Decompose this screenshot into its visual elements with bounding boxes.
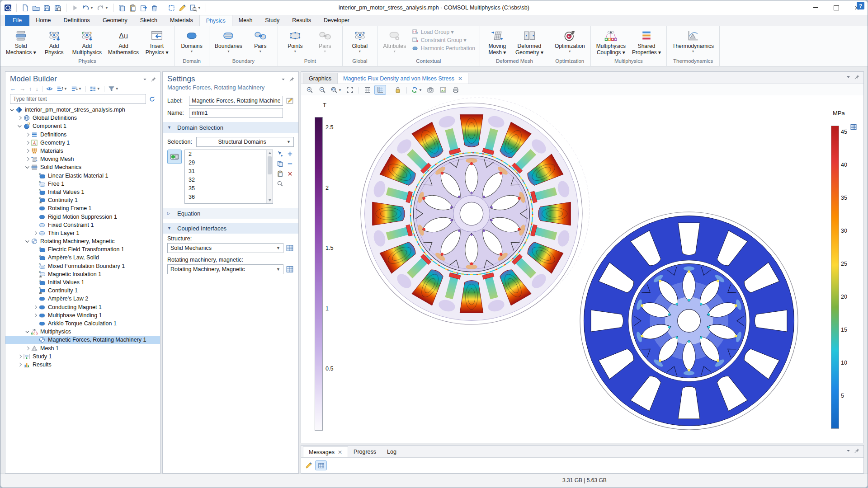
add-multiphysics-button[interactable]: AddMultiphysics [70,28,104,57]
go-to-source-icon[interactable] [286,244,294,252]
rename-icon[interactable] [286,97,294,105]
help-button[interactable] [857,2,864,9]
global-button[interactable]: Global▾ [345,28,374,55]
copy-button[interactable] [118,4,126,12]
tree-item-solid-mechanics[interactable]: Solid Mechanics [5,163,160,171]
tree-item-component-1[interactable]: Component 1 [5,122,160,130]
chevron-down-icon[interactable] [280,76,286,82]
snapshot-button[interactable] [425,85,436,95]
ribbon-tab-physics[interactable]: Physics [199,15,232,26]
domain-list-item-29[interactable]: 29 [185,159,273,167]
clear-selection-button[interactable] [179,4,186,12]
lock-view-button[interactable] [392,85,404,95]
chevron-down-icon[interactable] [845,74,851,80]
deformed-geometry-button[interactable]: DeformedGeometry ▾ [513,28,546,57]
print-button[interactable] [450,85,462,95]
expander-closed-icon[interactable] [32,304,38,310]
tree-item-rigid-motion-suppression-1[interactable]: Rigid Motion Suppression 1 [5,212,160,221]
add-to-selection-button[interactable] [276,150,284,158]
points-button[interactable]: Points▾ [281,28,310,55]
active-toggle-button[interactable] [167,150,182,164]
boundaries-button[interactable]: Boundaries▾ [212,28,245,55]
save-button[interactable] [43,4,51,12]
tree-item-linear-elastic-material-1[interactable]: Linear Elastic Material 1 [5,172,160,180]
pin-icon[interactable] [151,76,156,82]
ribbon-tab-study[interactable]: Study [259,15,286,26]
forward-button[interactable]: → [19,86,25,92]
insert-physics-button[interactable]: InsertPhysics ▾ [142,28,171,57]
pin-icon[interactable] [854,74,860,80]
section-coupled-interfaces[interactable]: ▼ Coupled Interfaces [163,223,298,234]
ribbon-tab-materials[interactable]: Materials [164,15,199,26]
expander-open-icon[interactable] [24,164,31,170]
expander-closed-icon[interactable] [24,156,31,162]
expander-closed-icon[interactable] [17,353,23,360]
paste-button[interactable] [129,4,137,12]
expander-closed-icon[interactable] [24,345,31,352]
tree-item-thin-layer-1[interactable]: Thin Layer 1 [5,229,160,237]
domain-list-item-36[interactable]: 36 [185,193,273,202]
back-button[interactable]: ← [10,86,16,92]
moving-mesh-button[interactable]: MovingMesh ▾ [483,28,512,57]
copy-selection-button[interactable] [276,160,284,168]
pin-icon[interactable] [289,76,295,82]
add-physics-button[interactable]: AddPhysics [40,28,69,57]
tree-item-multiphysics[interactable]: Multiphysics [5,328,160,336]
solid-mechanics-button[interactable]: SolidMechanics ▾ [3,28,39,57]
selection-dropdown[interactable]: Structural Domains ▼ [196,137,294,147]
domain-list-item-2[interactable]: 2 [185,150,273,159]
ribbon-tab-sketch[interactable]: Sketch [134,15,164,26]
minimize-button[interactable] [805,0,826,15]
move-up-button[interactable]: ↑ [29,86,32,92]
tree-item-initial-values-1[interactable]: Initial Values 1 [5,278,160,286]
tab-graphics[interactable]: Graphics [303,73,337,84]
undo-button[interactable]: ▼ [82,4,94,12]
optimization-button[interactable]: Optimization▾ [552,28,588,55]
paste-selection-button[interactable] [276,169,284,178]
zoom-to-selection-button[interactable] [276,179,284,188]
new-file-button[interactable] [21,4,29,12]
tree-item-rotating-frame-1[interactable]: Rotating Frame 1 [5,204,160,212]
expander-closed-icon[interactable] [32,312,38,319]
brush-icon[interactable] [305,462,312,469]
tree-item-interior-pm-motor-stress-analysis-mph[interactable]: interior_pm_motor_stress_analysis.mph [5,106,160,114]
ribbon-tab-developer[interactable]: Developer [317,15,356,26]
zoom-out-button[interactable] [316,85,328,95]
show-grid-button[interactable] [362,85,373,95]
tree-item-global-definitions[interactable]: Global Definitions [5,114,160,122]
move-down-button[interactable]: ↓ [36,86,39,92]
tree-item-rotating-machinery-magnetic[interactable]: Rotating Machinery, Magnetic [5,237,160,245]
expander-open-icon[interactable] [17,123,23,129]
expander-closed-icon[interactable] [17,115,23,121]
chevron-down-icon[interactable] [142,76,148,82]
tree-item-results[interactable]: Results [5,361,160,369]
zoom-in-button[interactable] [304,85,316,95]
tree-item-continuity-1[interactable]: Continuity 1 [5,196,160,204]
tree-item-mesh-1[interactable]: Mesh 1 [5,344,160,352]
image-export-button[interactable] [437,85,449,95]
remove-button[interactable] [286,160,294,168]
expander-closed-icon[interactable] [24,148,31,154]
ribbon-tab-definitions[interactable]: Definitions [57,15,96,26]
thermodynamics-button[interactable]: Thermodynamics▾ [670,28,717,55]
tree-item-mixed-formulation-boundary-1[interactable]: Mixed Formulation Boundary 1 [5,262,160,270]
expander-closed-icon[interactable] [24,140,31,146]
expander-open-icon[interactable] [24,238,31,244]
multiphysics-couplings-button[interactable]: MultiphysicsCouplings ▾ [594,28,628,57]
expander-closed-icon[interactable] [32,230,38,236]
filter-input[interactable] [10,94,146,104]
tree-item-arkkio-torque-calculation-1[interactable]: Arkkio Torque Calculation 1 [5,319,160,328]
comsol-logo-button[interactable] [4,4,12,12]
structure-dropdown[interactable]: Solid Mechanics ▼ [167,243,283,253]
columns-button[interactable]: ▼ [90,85,100,92]
delete-button[interactable] [151,4,158,12]
tree-item-definitions[interactable]: Definitions [5,131,160,139]
go-to-source-icon[interactable] [286,265,294,273]
open-button[interactable] [32,4,40,12]
tree-item-continuity-1[interactable]: Continuity 1 [5,286,160,295]
tree-item-multiphase-winding-1[interactable]: Multiphase Winding 1 [5,311,160,319]
tree-item-amp-re-s-law-solid[interactable]: Ampère's Law, Solid [5,253,160,262]
label-field[interactable] [189,96,283,106]
zoom-extents-button[interactable] [344,85,356,95]
expander-closed-icon[interactable] [17,361,23,368]
